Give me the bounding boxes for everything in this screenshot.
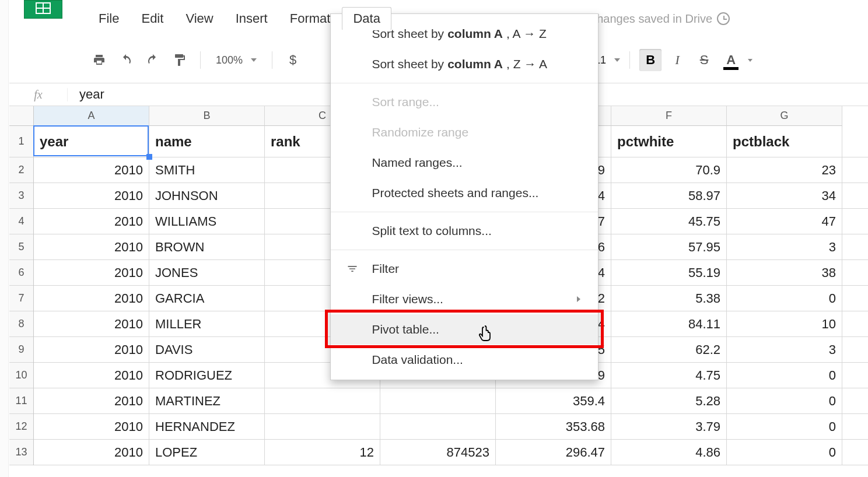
cell-A10[interactable]: 2010	[34, 363, 149, 388]
menu-view[interactable]: View	[175, 8, 223, 30]
cell-B10[interactable]: RODRIGUEZ	[149, 363, 265, 388]
select-all-corner[interactable]	[9, 106, 34, 126]
menu-edit[interactable]: Edit	[131, 8, 174, 30]
cell-A5[interactable]: 2010	[34, 234, 149, 259]
cell-B11[interactable]: MARTINEZ	[149, 388, 265, 413]
history-icon[interactable]	[717, 12, 730, 25]
cell-F8[interactable]: 84.11	[611, 311, 727, 336]
menu-data[interactable]: Data	[342, 7, 391, 30]
menu-sort-za[interactable]: Sort sheet by column A, Z → A	[331, 49, 598, 79]
cell-G4[interactable]: 47	[727, 209, 842, 234]
row-header-5[interactable]: 5	[9, 234, 33, 260]
redo-button[interactable]	[142, 49, 164, 71]
cell-G7[interactable]: 0	[727, 286, 842, 311]
cell-A4[interactable]: 2010	[34, 209, 149, 234]
cell-A8[interactable]: 2010	[34, 311, 149, 336]
cell-G1[interactable]: pctblack	[727, 126, 842, 157]
cell-G5[interactable]: 3	[727, 234, 842, 259]
cell-F3[interactable]: 58.97	[611, 183, 727, 208]
cell-A12[interactable]: 2010	[34, 414, 149, 439]
cell-G3[interactable]: 34	[727, 183, 842, 208]
cell-G11[interactable]: 0	[727, 388, 842, 413]
fill-handle[interactable]	[146, 154, 152, 160]
menu-pivot-table[interactable]: Pivot table...	[331, 314, 598, 345]
cell-D13[interactable]: 874523	[380, 440, 496, 465]
row-header-12[interactable]: 12	[9, 414, 33, 440]
cell-A2[interactable]: 2010	[34, 157, 149, 183]
menu-filter[interactable]: Filter	[331, 254, 598, 284]
cell-C13[interactable]: 12	[265, 440, 380, 465]
menu-named-ranges[interactable]: Named ranges...	[331, 148, 598, 178]
cell-G6[interactable]: 38	[727, 260, 842, 285]
row-header-13[interactable]: 13	[9, 440, 33, 465]
cell-F2[interactable]: 70.9	[611, 157, 727, 183]
column-header-B[interactable]: B	[149, 106, 265, 126]
cell-A7[interactable]: 2010	[34, 286, 149, 311]
cell-F11[interactable]: 5.28	[611, 388, 727, 413]
italic-button[interactable]: I	[666, 49, 688, 71]
cell-F6[interactable]: 55.19	[611, 260, 727, 285]
column-header-F[interactable]: F	[611, 106, 727, 126]
cell-B5[interactable]: BROWN	[149, 234, 265, 259]
cell-F13[interactable]: 4.86	[611, 440, 727, 465]
column-header-A[interactable]: A	[34, 106, 149, 126]
menu-split-text[interactable]: Split text to columns...	[331, 216, 598, 246]
cell-B1[interactable]: name	[149, 126, 265, 157]
cell-B13[interactable]: LOPEZ	[149, 440, 265, 465]
undo-button[interactable]	[115, 49, 137, 71]
cell-G10[interactable]: 0	[727, 363, 842, 388]
cell-F1[interactable]: pctwhite	[611, 126, 727, 157]
cell-A6[interactable]: 2010	[34, 260, 149, 285]
text-color-button[interactable]: A	[720, 49, 742, 71]
row-header-10[interactable]: 10	[9, 363, 33, 388]
row-header-4[interactable]: 4	[9, 209, 33, 234]
cell-F7[interactable]: 5.38	[611, 286, 727, 311]
cell-D12[interactable]	[380, 414, 496, 439]
row-header-7[interactable]: 7	[9, 286, 33, 311]
row-header-11[interactable]: 11	[9, 388, 33, 414]
cell-B4[interactable]: WILLIAMS	[149, 209, 265, 234]
cell-E11[interactable]: 359.4	[496, 388, 611, 413]
cell-G12[interactable]: 0	[727, 414, 842, 439]
bold-button[interactable]: B	[639, 49, 662, 71]
cell-A11[interactable]: 2010	[34, 388, 149, 413]
zoom-level[interactable]: 100%	[210, 51, 262, 70]
row-header-8[interactable]: 8	[9, 311, 33, 337]
print-button[interactable]	[88, 49, 110, 71]
cell-F5[interactable]: 57.95	[611, 234, 727, 259]
cell-G13[interactable]: 0	[727, 440, 842, 465]
menu-insert[interactable]: Insert	[225, 8, 278, 30]
cell-A3[interactable]: 2010	[34, 183, 149, 208]
cell-A9[interactable]: 2010	[34, 337, 149, 362]
column-header-G[interactable]: G	[727, 106, 842, 126]
menu-filter-views[interactable]: Filter views...	[331, 284, 598, 314]
cell-F12[interactable]: 3.79	[611, 414, 727, 439]
cell-G2[interactable]: 23	[727, 157, 842, 183]
row-header-1[interactable]: 1	[9, 126, 33, 157]
menu-protected-ranges[interactable]: Protected sheets and ranges...	[331, 178, 598, 208]
cell-B3[interactable]: JOHNSON	[149, 183, 265, 208]
cell-G9[interactable]: 3	[727, 337, 842, 362]
currency-format-button[interactable]: $	[282, 49, 304, 71]
row-header-2[interactable]: 2	[9, 157, 33, 183]
cell-G8[interactable]: 10	[727, 311, 842, 336]
cell-F4[interactable]: 45.75	[611, 209, 727, 234]
menu-data-validation[interactable]: Data validation...	[331, 345, 598, 375]
cell-B6[interactable]: JONES	[149, 260, 265, 285]
menu-file[interactable]: File	[88, 8, 130, 30]
cell-E12[interactable]: 353.68	[496, 414, 611, 439]
cell-B8[interactable]: MILLER	[149, 311, 265, 336]
cell-B2[interactable]: SMITH	[149, 157, 265, 183]
paint-format-button[interactable]	[169, 49, 191, 71]
cell-C11[interactable]	[265, 388, 380, 413]
row-header-3[interactable]: 3	[9, 183, 33, 209]
cell-A13[interactable]: 2010	[34, 440, 149, 465]
cell-B7[interactable]: GARCIA	[149, 286, 265, 311]
cell-B9[interactable]: DAVIS	[149, 337, 265, 362]
strikethrough-button[interactable]: S	[693, 49, 715, 71]
cell-C12[interactable]	[265, 414, 380, 439]
cell-F9[interactable]: 62.2	[611, 337, 727, 362]
cell-F10[interactable]: 4.75	[611, 363, 727, 388]
cell-B12[interactable]: HERNANDEZ	[149, 414, 265, 439]
cell-E13[interactable]: 296.47	[496, 440, 611, 465]
